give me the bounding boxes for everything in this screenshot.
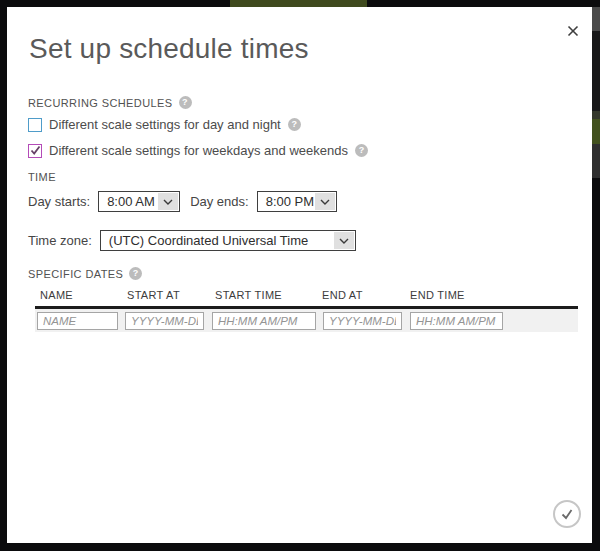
column-header-end-time: END TIME bbox=[410, 289, 465, 301]
checkbox-row-day-night: Different scale settings for day and nig… bbox=[28, 117, 301, 132]
backdrop-accent-olive bbox=[230, 0, 367, 7]
help-icon[interactable]: ? bbox=[355, 144, 368, 157]
chevron-down-icon bbox=[158, 193, 178, 210]
backdrop-accent bbox=[592, 144, 600, 178]
time-label: TIME bbox=[28, 171, 56, 183]
day-starts-select[interactable]: 8:00 AM bbox=[98, 191, 180, 212]
page-background: Set up schedule times RECURRING SCHEDULE… bbox=[0, 0, 600, 551]
column-header-end-at: END AT bbox=[322, 289, 363, 301]
backdrop-accent-green bbox=[592, 119, 600, 144]
chevron-down-icon bbox=[334, 232, 354, 249]
name-input[interactable] bbox=[37, 312, 118, 330]
page-title: Set up schedule times bbox=[29, 33, 309, 65]
column-header-name: NAME bbox=[40, 289, 73, 301]
chevron-down-icon bbox=[315, 193, 335, 210]
checkbox-row-weekday-weekend: Different scale settings for weekdays an… bbox=[28, 143, 368, 158]
close-x-glyph bbox=[567, 25, 579, 37]
help-icon[interactable]: ? bbox=[288, 118, 301, 131]
start-time-input[interactable] bbox=[212, 312, 316, 330]
column-header-start-time: START TIME bbox=[215, 289, 282, 301]
checkbox-label: Different scale settings for weekdays an… bbox=[49, 143, 348, 158]
time-zone-label: Time zone: bbox=[28, 233, 92, 248]
day-starts-label: Day starts: bbox=[28, 194, 90, 209]
column-header-start-at: START AT bbox=[127, 289, 180, 301]
specific-dates-heading: SPECIFIC DATES ? bbox=[28, 267, 142, 280]
day-times-row: Day starts: 8:00 AM Day ends: 8:00 PM bbox=[28, 191, 337, 212]
recurring-schedules-heading: RECURRING SCHEDULES ? bbox=[28, 96, 192, 109]
help-icon[interactable]: ? bbox=[179, 96, 192, 109]
day-ends-value: 8:00 PM bbox=[258, 192, 314, 211]
day-starts-value: 8:00 AM bbox=[99, 192, 157, 211]
start-date-input[interactable] bbox=[125, 312, 204, 330]
end-date-input[interactable] bbox=[323, 312, 402, 330]
close-icon[interactable] bbox=[564, 22, 582, 40]
help-icon[interactable]: ? bbox=[129, 267, 142, 280]
day-night-checkbox[interactable] bbox=[28, 118, 42, 132]
day-ends-label: Day ends: bbox=[190, 194, 249, 209]
time-zone-select[interactable]: (UTC) Coordinated Universal Time bbox=[100, 230, 356, 251]
confirm-button[interactable] bbox=[553, 500, 581, 528]
time-heading: TIME bbox=[28, 171, 56, 183]
backdrop-accent bbox=[592, 111, 600, 119]
checkmark-icon bbox=[30, 145, 41, 156]
recurring-schedules-label: RECURRING SCHEDULES bbox=[28, 97, 173, 109]
time-zone-row: Time zone: (UTC) Coordinated Universal T… bbox=[28, 230, 356, 251]
weekday-weekend-checkbox[interactable] bbox=[28, 144, 42, 158]
specific-dates-label: SPECIFIC DATES bbox=[28, 268, 123, 280]
schedule-times-dialog: Set up schedule times RECURRING SCHEDULE… bbox=[7, 7, 592, 543]
end-time-input[interactable] bbox=[410, 312, 503, 330]
time-zone-value: (UTC) Coordinated Universal Time bbox=[101, 231, 333, 250]
backdrop-accent bbox=[592, 7, 600, 31]
backdrop-accent bbox=[592, 31, 600, 111]
checkbox-label: Different scale settings for day and nig… bbox=[49, 117, 281, 132]
checkmark-icon bbox=[559, 506, 575, 522]
day-ends-select[interactable]: 8:00 PM bbox=[257, 191, 337, 212]
